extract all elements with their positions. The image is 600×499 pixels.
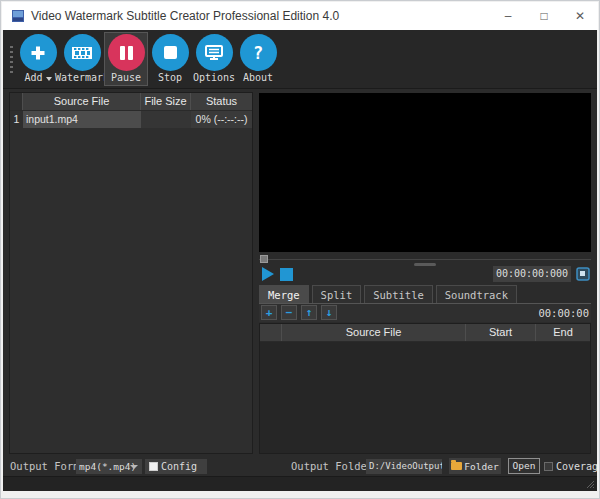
seek-track xyxy=(259,259,591,260)
stop-icon xyxy=(280,268,293,281)
output-folder-input[interactable]: D:/VideoOutput xyxy=(366,459,442,474)
move-up-button[interactable]: ↑ xyxy=(301,305,317,320)
add-button-label: Add xyxy=(24,72,42,83)
folder-button[interactable]: Folder xyxy=(449,458,501,474)
playback-time-display: 00:00:00:000 xyxy=(493,266,571,282)
config-checkbox[interactable]: Config xyxy=(145,459,207,474)
question-icon: ? xyxy=(240,34,277,71)
watermark-button-label: Watermark xyxy=(55,72,109,83)
video-preview xyxy=(259,93,591,252)
preview-panel: 00:00:00:000 Merge Split Subtitle Soundt… xyxy=(259,92,591,454)
clip-table-header: Source File Start End xyxy=(260,324,590,342)
output-format-select[interactable]: mp4(*.mp4) xyxy=(76,459,142,474)
playback-controls: 00:00:00:000 xyxy=(259,264,591,284)
file-list-panel: Source File File Size Status 1 input1.mp… xyxy=(9,92,253,454)
checkbox-icon xyxy=(544,462,553,471)
chevron-down-icon xyxy=(130,465,138,469)
open-button[interactable]: Open xyxy=(508,458,540,474)
window-frame: Video Watermark Subtitle Creator Profess… xyxy=(0,0,600,499)
options-button-label: Options xyxy=(193,72,235,83)
config-label: Config xyxy=(161,461,197,472)
clip-toolbar: + − ↑ ↓ 00:00:00 xyxy=(259,304,591,322)
close-button[interactable]: ✕ xyxy=(562,2,598,30)
minimize-button[interactable]: – xyxy=(490,2,526,30)
options-button[interactable]: Options xyxy=(192,32,236,86)
pause-icon xyxy=(108,34,145,71)
folder-button-label: Folder xyxy=(464,461,498,472)
move-down-button[interactable]: ↓ xyxy=(321,305,337,320)
file-row[interactable]: 1 input1.mp4 0% (--:--:--) xyxy=(10,111,252,128)
column-source-file: Source File xyxy=(23,93,141,110)
column-file-size: File Size xyxy=(141,93,191,110)
row-number-header xyxy=(10,93,23,110)
column-status: Status xyxy=(191,93,252,110)
file-status-cell: 0% (--:--:--) xyxy=(191,111,252,128)
snapshot-icon[interactable] xyxy=(576,267,590,281)
maximize-button[interactable]: □ xyxy=(526,2,562,30)
clip-column-start: Start xyxy=(466,324,536,341)
remove-clip-button[interactable]: − xyxy=(281,305,297,320)
seek-bar[interactable] xyxy=(259,255,591,263)
file-name-cell[interactable]: input1.mp4 xyxy=(23,111,141,128)
seek-handle[interactable] xyxy=(260,255,268,263)
tab-soundtrack[interactable]: Soundtrack xyxy=(436,285,517,303)
toolbar-buttons: Add Watermark xyxy=(16,32,280,86)
tab-split[interactable]: Split xyxy=(312,285,362,303)
about-button-label: About xyxy=(243,72,273,83)
row-number: 1 xyxy=(10,111,23,128)
film-strip-icon xyxy=(64,34,101,71)
tab-merge[interactable]: Merge xyxy=(259,285,309,303)
main-toolbar: Add Watermark xyxy=(3,30,597,89)
play-button[interactable] xyxy=(260,266,276,282)
checkbox-icon xyxy=(149,462,158,471)
output-folder-label: Output Folder xyxy=(291,455,373,477)
app-surface: Add Watermark xyxy=(3,30,597,491)
stop-button-label: Stop xyxy=(158,72,182,83)
clip-row-number-header xyxy=(260,324,282,341)
status-bar xyxy=(3,476,597,491)
pause-button[interactable]: Pause xyxy=(104,32,148,86)
monitor-icon xyxy=(196,34,233,71)
chevron-down-icon xyxy=(46,77,52,81)
watermark-button[interactable]: Watermark xyxy=(60,32,104,86)
clip-table: Source File Start End xyxy=(259,323,591,454)
stop-icon xyxy=(152,34,189,71)
output-format-value: mp4(*.mp4) xyxy=(79,461,136,472)
about-button[interactable]: ? About xyxy=(236,32,280,86)
toolbar-grip-handle[interactable] xyxy=(10,46,13,74)
add-clip-button[interactable]: + xyxy=(261,305,277,320)
panel-splitter-handle[interactable] xyxy=(414,263,436,266)
clip-column-source-file: Source File xyxy=(282,324,466,341)
tab-subtitle[interactable]: Subtitle xyxy=(364,285,433,303)
clip-column-end: End xyxy=(536,324,590,341)
coverage-checkbox[interactable]: Coverage xyxy=(544,459,597,474)
clip-tabs: Merge Split Subtitle Soundtrack xyxy=(259,285,591,304)
stop-button[interactable]: Stop xyxy=(148,32,192,86)
file-size-cell xyxy=(141,111,191,128)
stop-playback-button[interactable] xyxy=(278,266,294,282)
file-list-header: Source File File Size Status xyxy=(10,93,252,111)
pause-button-label: Pause xyxy=(111,72,141,83)
window-controls: – □ ✕ xyxy=(490,2,598,30)
app-icon xyxy=(11,9,25,23)
folder-icon xyxy=(451,462,462,470)
play-icon xyxy=(262,267,274,281)
plus-icon xyxy=(20,34,57,71)
add-button[interactable]: Add xyxy=(16,32,60,86)
clip-time-display: 00:00:00 xyxy=(538,305,589,321)
bottom-bar: Output Format mp4(*.mp4) Config Output F… xyxy=(3,455,597,477)
coverage-label: Coverage xyxy=(556,461,597,472)
window-title: Video Watermark Subtitle Creator Profess… xyxy=(31,9,339,23)
resize-grip-icon[interactable] xyxy=(586,480,595,489)
title-bar: Video Watermark Subtitle Creator Profess… xyxy=(2,2,598,30)
